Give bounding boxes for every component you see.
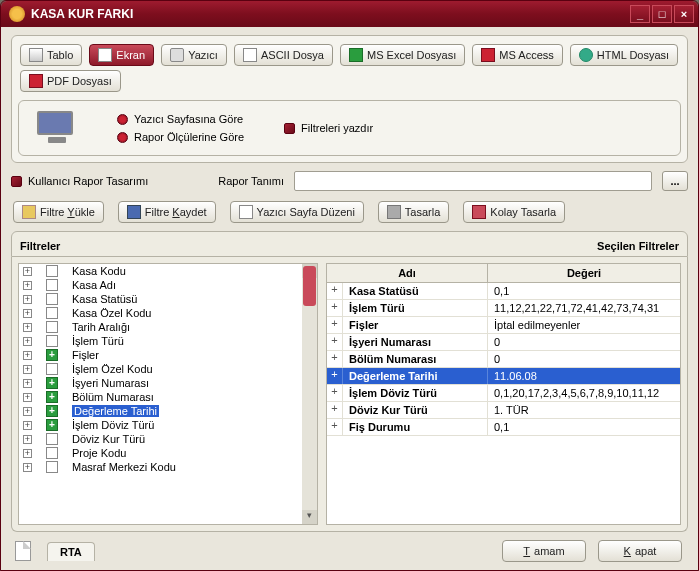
expand-icon[interactable]: + <box>23 407 32 416</box>
table-row[interactable]: +Bölüm Numarası0 <box>327 351 680 368</box>
checkbox[interactable] <box>46 307 58 319</box>
rta-tab[interactable]: RTA <box>47 542 95 561</box>
checkbox[interactable] <box>46 321 58 333</box>
filters-body: Filtreler Seçilen Filtreler +Kasa Kodu+K… <box>11 231 688 532</box>
tree-row[interactable]: +Kasa Statüsü <box>19 292 317 306</box>
tamam-button[interactable]: Tamam <box>502 540 586 562</box>
tree-label: Değerleme Tarihi <box>72 405 159 417</box>
yazici-button[interactable]: Yazıcı <box>161 44 227 66</box>
table-row[interactable]: +Fiş Durumu0,1 <box>327 419 680 436</box>
expand-icon[interactable]: + <box>327 317 343 333</box>
expand-icon[interactable]: + <box>23 295 32 304</box>
table-row[interactable]: +İşlem Döviz Türü0,1,20,17,2,3,4,5,6,7,8… <box>327 385 680 402</box>
table-row[interactable]: +Değerleme Tarihi11.06.08 <box>327 368 680 385</box>
checkbox[interactable] <box>46 363 58 375</box>
checkbox[interactable] <box>46 391 58 403</box>
filtre-yukle-button[interactable]: Filtre Yükle <box>13 201 104 223</box>
tree-row[interactable]: +Bölüm Numarası <box>19 390 317 404</box>
access-button[interactable]: MS Access <box>472 44 562 66</box>
expand-icon[interactable]: + <box>23 379 32 388</box>
expand-icon[interactable]: + <box>23 281 32 290</box>
checkbox[interactable] <box>46 461 58 473</box>
tree-row[interactable]: +Tarih Aralığı <box>19 320 317 334</box>
table-row[interactable]: +Fişlerİptal edilmeyenler <box>327 317 680 334</box>
tasarla-button[interactable]: Tasarla <box>378 201 449 223</box>
rapor-tanimi-input[interactable] <box>294 171 652 191</box>
expand-icon[interactable]: + <box>327 385 343 401</box>
checkbox[interactable] <box>46 335 58 347</box>
expand-icon[interactable]: + <box>23 421 32 430</box>
table-row[interactable]: +İşlem Türü11,12,21,22,71,72,41,42,73,74… <box>327 300 680 317</box>
tree-row[interactable]: +İşlem Özel Kodu <box>19 362 317 376</box>
expand-icon[interactable]: + <box>327 351 343 367</box>
radio-rapor-olcu[interactable]: Rapor Ölçülerine Göre <box>117 131 244 143</box>
tree-row[interactable]: +Proje Kodu <box>19 446 317 460</box>
checkbox[interactable] <box>46 265 58 277</box>
expand-icon[interactable]: + <box>23 365 32 374</box>
expand-icon[interactable]: + <box>23 449 32 458</box>
expand-icon[interactable]: + <box>23 463 32 472</box>
html-button[interactable]: HTML Dosyası <box>570 44 678 66</box>
check-kullanici-rapor[interactable]: Kullanıcı Rapor Tasarımı <box>11 175 148 187</box>
selected-filters-table[interactable]: Adı Değeri +Kasa Statüsü0,1+İşlem Türü11… <box>326 263 681 525</box>
checkbox[interactable] <box>46 405 58 417</box>
expand-icon[interactable]: + <box>327 283 343 299</box>
check-filtreleri-yazdir[interactable]: Filtreleri yazdır <box>284 122 373 134</box>
sayfa-duzeni-button[interactable]: Yazıcı Sayfa Düzeni <box>230 201 364 223</box>
expand-icon[interactable]: + <box>23 267 32 276</box>
tree-scrollbar[interactable]: ▴ ▾ <box>302 264 317 524</box>
checkbox[interactable] <box>46 293 58 305</box>
expand-icon[interactable]: + <box>327 334 343 350</box>
maximize-button[interactable]: □ <box>652 5 672 23</box>
rapor-tanimi-browse[interactable]: ... <box>662 171 688 191</box>
radio-yazici-sayfa[interactable]: Yazıcı Sayfasına Göre <box>117 113 244 125</box>
ascii-button[interactable]: ASCII Dosya <box>234 44 333 66</box>
ekran-button[interactable]: Ekran <box>89 44 154 66</box>
expand-icon[interactable]: + <box>327 300 343 316</box>
tree-label: İşlem Türü <box>72 335 124 347</box>
kapat-button[interactable]: Kapat <box>598 540 682 562</box>
expand-icon[interactable]: + <box>327 368 343 384</box>
expand-icon[interactable]: + <box>23 393 32 402</box>
filtre-kaydet-button[interactable]: Filtre Kaydet <box>118 201 216 223</box>
expand-icon[interactable]: + <box>23 337 32 346</box>
tree-row[interactable]: +Değerleme Tarihi <box>19 404 317 418</box>
title-bar[interactable]: KASA KUR FARKI _ □ × <box>1 1 698 27</box>
excel-button[interactable]: MS Excel Dosyası <box>340 44 465 66</box>
table-row[interactable]: +Kasa Statüsü0,1 <box>327 283 680 300</box>
tree-row[interactable]: +Masraf Merkezi Kodu <box>19 460 317 474</box>
checkbox[interactable] <box>46 377 58 389</box>
kolay-tasarla-button[interactable]: Kolay Tasarla <box>463 201 565 223</box>
tree-row[interactable]: +İşyeri Numarası <box>19 376 317 390</box>
tree-label: Proje Kodu <box>72 447 126 459</box>
expand-icon[interactable]: + <box>327 402 343 418</box>
tree-row[interactable]: +Kasa Kodu <box>19 264 317 278</box>
tree-row[interactable]: +İşlem Döviz Türü <box>19 418 317 432</box>
checkbox[interactable] <box>46 419 58 431</box>
table-row[interactable]: +İşyeri Numarası0 <box>327 334 680 351</box>
checkbox[interactable] <box>46 349 58 361</box>
checkbox[interactable] <box>46 279 58 291</box>
pdf-button[interactable]: PDF Dosyası <box>20 70 121 92</box>
scrollbar-thumb[interactable] <box>303 266 316 306</box>
tree-row[interactable]: +Döviz Kur Türü <box>19 432 317 446</box>
table-row[interactable]: +Döviz Kur Türü1. TÜR <box>327 402 680 419</box>
checkbox[interactable] <box>46 433 58 445</box>
minimize-button[interactable]: _ <box>630 5 650 23</box>
tree-row[interactable]: +İşlem Türü <box>19 334 317 348</box>
filter-name: Değerleme Tarihi <box>343 368 488 384</box>
col-adi: Adı <box>327 264 488 282</box>
expand-icon[interactable]: + <box>23 351 32 360</box>
tablo-button[interactable]: Tablo <box>20 44 82 66</box>
tree-row[interactable]: +Kasa Adı <box>19 278 317 292</box>
filter-tree[interactable]: +Kasa Kodu+Kasa Adı+Kasa Statüsü+Kasa Öz… <box>18 263 318 525</box>
expand-icon[interactable]: + <box>23 323 32 332</box>
tree-row[interactable]: +Kasa Özel Kodu <box>19 306 317 320</box>
checkbox[interactable] <box>46 447 58 459</box>
expand-icon[interactable]: + <box>23 309 32 318</box>
expand-icon[interactable]: + <box>327 419 343 435</box>
tree-row[interactable]: +Fişler <box>19 348 317 362</box>
expand-icon[interactable]: + <box>23 435 32 444</box>
filter-name: İşyeri Numarası <box>343 334 488 350</box>
close-button[interactable]: × <box>674 5 694 23</box>
